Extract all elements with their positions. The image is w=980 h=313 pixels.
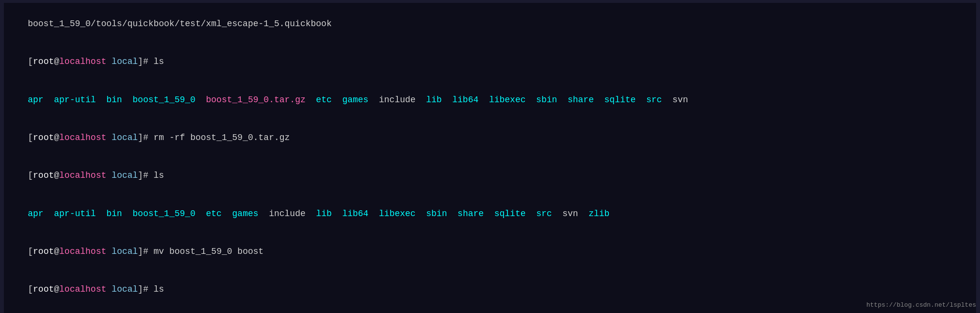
prompt-line-2: [root@localhost local]# ls — [7, 43, 973, 80]
prompt-line-5: [root@localhost local]# ls — [7, 156, 973, 194]
url-text: https://blog.csdn.net/lspltes — [866, 301, 976, 309]
prompt-line-8: [root@localhost local]# ls — [7, 270, 973, 308]
ls-output-line-3: apr apr-util bin boost_1_59_0 boost_1_59… — [7, 81, 973, 119]
output-line-1: boost_1_59_0/tools/quickbook/test/xml_es… — [7, 5, 973, 43]
url-overlay: https://blog.csdn.net/lspltes — [866, 301, 976, 310]
terminal-window[interactable]: boost_1_59_0/tools/quickbook/test/xml_es… — [4, 3, 976, 313]
ls-output-line-6: apr apr-util bin boost_1_59_0 etc games … — [7, 194, 973, 232]
ls-output-line-9: apr apr-util bin boost etc games include… — [7, 308, 973, 313]
prompt-line-4: [root@localhost local]# rm -rf boost_1_5… — [7, 119, 973, 156]
prompt-line-7: [root@localhost local]# mv boost_1_59_0 … — [7, 233, 973, 270]
